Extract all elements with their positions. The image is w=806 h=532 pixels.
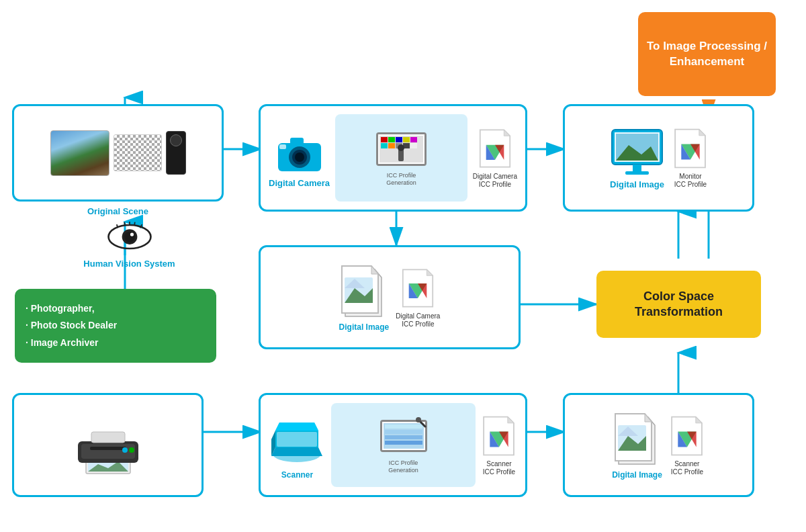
icc-gen-top-label: ICC ProfileGeneration <box>386 172 416 187</box>
eye-icon <box>106 222 153 252</box>
to-image-processing-box: To Image Processing / Enhancement <box>638 12 776 96</box>
svg-point-41 <box>398 144 404 151</box>
scanner-section: Scanner ICC ProfileGeneration <box>259 393 527 497</box>
svg-marker-43 <box>504 130 510 136</box>
svg-rect-83 <box>90 447 126 450</box>
original-photo <box>50 130 109 176</box>
icc-gen-bottom-box: ICC ProfileGeneration <box>331 403 476 487</box>
scanner-icc2-doc: ScannerICC Profile <box>669 414 705 476</box>
svg-marker-110 <box>645 414 652 422</box>
svg-line-63 <box>124 222 125 226</box>
svg-marker-54 <box>699 130 705 136</box>
tablet-device-icon <box>377 416 431 457</box>
photographer-box: · Photographer, · Photo Stock Dealer · I… <box>15 289 216 363</box>
svg-marker-104 <box>508 416 514 423</box>
svg-point-102 <box>416 417 421 423</box>
svg-rect-98 <box>385 430 422 434</box>
svg-rect-100 <box>385 441 422 445</box>
svg-line-65 <box>134 222 135 226</box>
camera-icc-mid-label: Digital CameraICC Profile <box>396 312 440 328</box>
camera-svg-icon <box>273 128 326 175</box>
photographer-line1: · Photographer, <box>26 300 95 317</box>
digital-image-top-box: Digital Image MonitorICC Profile <box>563 104 754 212</box>
svg-rect-32 <box>396 137 402 142</box>
printer-box <box>12 393 204 497</box>
digital-image-top-label: Digital Image <box>610 179 664 189</box>
monitor-icc-doc-icon <box>672 127 709 170</box>
color-chart <box>114 134 162 171</box>
svg-marker-115 <box>696 416 702 423</box>
digital-image-bot-icon <box>613 410 662 468</box>
icc-gen-bottom-label: ICC ProfileGeneration <box>388 459 418 474</box>
svg-rect-25 <box>290 138 304 144</box>
digital-image-mid-box: Digital Image Digital CameraICC Profile <box>259 245 521 349</box>
svg-rect-93 <box>277 432 317 447</box>
digital-image-mid-doc: Digital Image <box>339 263 390 332</box>
calibrator-device-icon <box>373 129 430 169</box>
camera-icc-mid-icon <box>400 267 436 310</box>
scanner-icc-doc: ScannerICC Profile <box>481 414 517 476</box>
svg-rect-26 <box>279 144 286 149</box>
photographer-line2: · Photo Stock Dealer <box>26 317 117 334</box>
scanner-icc-label: ScannerICC Profile <box>483 460 515 476</box>
printer-svg-icon <box>71 413 145 477</box>
scanner-icc2-doc-icon <box>669 414 705 457</box>
svg-rect-51 <box>633 165 641 171</box>
svg-rect-39 <box>410 143 417 148</box>
svg-point-24 <box>295 152 304 162</box>
svg-point-61 <box>130 232 133 236</box>
monitor-area: Digital Image <box>609 126 666 189</box>
digital-image-bot-label: Digital Image <box>612 470 662 480</box>
svg-rect-30 <box>381 137 388 142</box>
digital-camera-section: Digital Camera <box>259 104 527 212</box>
svg-rect-35 <box>381 143 388 148</box>
svg-rect-33 <box>403 137 410 142</box>
svg-point-60 <box>124 232 135 242</box>
camera-icc-mid-doc: Digital CameraICC Profile <box>396 267 440 328</box>
svg-rect-36 <box>388 143 395 148</box>
to-image-label: To Image Processing / Enhancement <box>646 39 768 69</box>
human-vision-area: Human Vision System <box>81 222 178 269</box>
light-meter <box>166 131 186 175</box>
svg-marker-69 <box>371 266 378 274</box>
svg-rect-99 <box>385 435 422 439</box>
icc-gen-top-box: ICC ProfileGeneration <box>335 114 467 202</box>
scanner-area: Scanner <box>269 410 326 480</box>
camera-icc-doc-icon <box>477 127 513 170</box>
monitor-icc-profile-doc: MonitorICC Profile <box>672 127 709 189</box>
digital-image-bot-doc: Digital Image <box>612 410 662 480</box>
svg-rect-52 <box>625 171 649 175</box>
digital-image-mid-label: Digital Image <box>339 322 390 332</box>
svg-marker-74 <box>427 269 433 275</box>
scanner-label: Scanner <box>281 470 313 480</box>
color-space-label: Color Space Transformation <box>606 289 752 320</box>
camera-icon-area: Digital Camera <box>269 128 330 188</box>
human-vision-label: Human Vision System <box>83 259 175 269</box>
camera-icc-profile-doc: Digital CameraICC Profile <box>473 127 517 189</box>
svg-rect-34 <box>410 137 417 142</box>
svg-rect-31 <box>388 137 395 142</box>
digital-image-bot-box: Digital Image ScannerICC Profile <box>563 393 754 497</box>
monitor-svg-icon <box>609 126 666 177</box>
original-scene-label: Original Scene <box>12 206 224 216</box>
svg-marker-92 <box>275 423 318 431</box>
original-scene-box <box>12 104 224 202</box>
scanner-icc-doc-icon <box>481 414 517 457</box>
digital-camera-label: Digital Camera <box>269 178 330 188</box>
svg-point-84 <box>122 447 128 453</box>
color-space-box: Color Space Transformation <box>596 271 761 338</box>
scanner-svg-icon <box>269 410 326 468</box>
monitor-icc-label: MonitorICC Profile <box>674 173 707 189</box>
digital-image-mid-icon <box>340 263 388 320</box>
svg-rect-86 <box>91 432 125 443</box>
photographer-line3: · Image Archiver <box>26 335 98 351</box>
scanner-icc2-label: ScannerICC Profile <box>671 460 703 476</box>
svg-point-85 <box>129 447 134 453</box>
camera-icc-label: Digital CameraICC Profile <box>473 173 517 189</box>
main-diagram: To Image Processing / Enhancement Origin… <box>0 0 806 532</box>
svg-marker-88 <box>271 447 322 456</box>
svg-rect-97 <box>385 425 422 429</box>
